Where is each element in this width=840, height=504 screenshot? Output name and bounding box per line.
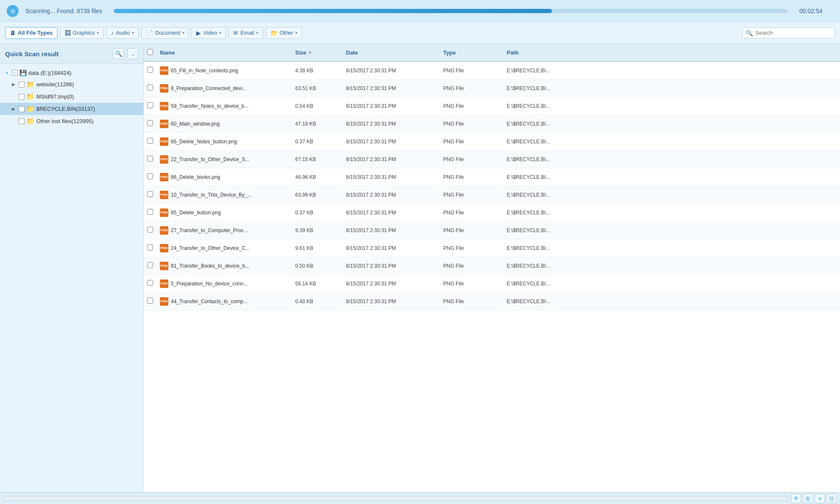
- header-name[interactable]: Name: [160, 49, 295, 56]
- row-type-cell: PNG File: [443, 192, 507, 198]
- table-row[interactable]: PNG 22_Transfer_to_Other_Device_S... 67.…: [144, 151, 840, 168]
- header-checkbox-col[interactable]: [147, 49, 160, 56]
- progress-bar-fill: [114, 9, 552, 13]
- table-row[interactable]: PNG 59_Transfer_Notes_to_device_b... 0.5…: [144, 97, 840, 115]
- row-checkbox[interactable]: [147, 85, 153, 90]
- row-checkbox[interactable]: [147, 191, 153, 197]
- table-row[interactable]: PNG 27_Transfer_to_Computer_Proc... 9.39…: [144, 222, 840, 239]
- filter-graphics[interactable]: 🖼 Graphics ▾: [60, 27, 104, 39]
- row-name-cell: PNG 22_Transfer_to_Other_Device_S...: [160, 155, 295, 164]
- header-path[interactable]: Path: [507, 49, 837, 56]
- table-row[interactable]: PNG 24_Transfer_to_Other_Device_C... 9.6…: [144, 239, 840, 257]
- tree-item-recycle[interactable]: ▶ 📁 $RECYCLE.BIN(33137): [0, 103, 143, 115]
- row-size-cell: 63.99 KB: [295, 192, 346, 198]
- tree-checkbox-msldf[interactable]: [19, 94, 25, 100]
- tree-checkbox-website[interactable]: [19, 82, 25, 88]
- header-date[interactable]: Date: [346, 49, 443, 56]
- search-input[interactable]: [755, 30, 831, 36]
- row-checkbox[interactable]: [147, 227, 153, 233]
- filter-email[interactable]: ✉ Email ▾: [228, 27, 263, 39]
- filter-document[interactable]: 📄 Document ▾: [141, 27, 189, 39]
- elapsed-time: 00:02:54: [799, 8, 833, 14]
- filter-other[interactable]: 📁 Other ▾: [266, 27, 302, 39]
- tree-item-msldf[interactable]: ▶ 📁 MSldf97.tmp(0): [0, 90, 143, 103]
- row-checkbox-cell[interactable]: [147, 138, 160, 145]
- header-size[interactable]: Size ▼: [295, 49, 346, 56]
- tree-checkbox-recycle[interactable]: [19, 106, 25, 112]
- table-row[interactable]: PNG 85_Delete_button.png 0.37 KB 8/15/20…: [144, 204, 840, 222]
- preview-view-button[interactable]: 👁: [791, 494, 801, 503]
- row-checkbox[interactable]: [147, 244, 153, 250]
- table-row[interactable]: PNG 65_Fill_in_Note_contents.png 4.38 KB…: [144, 62, 840, 79]
- row-checkbox-cell[interactable]: [147, 156, 160, 163]
- table-row[interactable]: PNG 44_Transfer_Contacts_to_comp... 0.40…: [144, 293, 840, 310]
- row-checkbox[interactable]: [147, 67, 153, 73]
- header-type[interactable]: Type: [443, 49, 507, 56]
- detail-view-button[interactable]: ⊟: [826, 494, 837, 503]
- row-name-text: 85_Delete_button.png: [171, 210, 221, 216]
- folder-icon: 📁: [26, 117, 35, 125]
- table-row[interactable]: PNG 86_Delete_books.png 46.96 KB 8/15/20…: [144, 168, 840, 186]
- tree-checkbox-drive[interactable]: [12, 70, 18, 76]
- table-row[interactable]: PNG 66_Delete_Notes_button.png 0.37 KB 8…: [144, 133, 840, 151]
- filter-all-file-types[interactable]: 🖥 All File Types: [5, 27, 58, 39]
- tree-label-recycle: $RECYCLE.BIN(33137): [36, 106, 95, 112]
- row-checkbox[interactable]: [147, 298, 153, 304]
- tree-label-msldf: MSldf97.tmp(0): [36, 93, 74, 100]
- search-tree-button[interactable]: 🔍: [113, 48, 124, 59]
- row-checkbox-cell[interactable]: [147, 280, 160, 287]
- select-all-checkbox[interactable]: [147, 49, 153, 55]
- row-checkbox-cell[interactable]: [147, 67, 160, 74]
- row-checkbox-cell[interactable]: [147, 262, 160, 269]
- list-view-button[interactable]: ≡: [815, 494, 825, 503]
- row-checkbox-cell[interactable]: [147, 227, 160, 234]
- row-checkbox-cell[interactable]: [147, 244, 160, 252]
- row-path-cell: E:\$RECYCLE.BI...: [507, 174, 837, 180]
- table-row[interactable]: PNG 81_Transfer_Books_to_device_b... 0.5…: [144, 257, 840, 275]
- table-row[interactable]: PNG 10_Transfer_to_This_Device_By_... 63…: [144, 186, 840, 204]
- tree-container[interactable]: ▾ 💾 data (E:)(168424) ▶ 📁 website(11286)…: [0, 64, 143, 492]
- row-name-cell: PNG 44_Transfer_Contacts_to_comp...: [160, 297, 295, 306]
- tree-checkbox-other-lost[interactable]: [19, 118, 25, 124]
- filter-audio[interactable]: ♪ Audio ▾: [106, 27, 139, 39]
- row-checkbox[interactable]: [147, 120, 153, 126]
- row-checkbox[interactable]: [147, 138, 153, 144]
- tree-item-website[interactable]: ▶ 📁 website(11286): [0, 78, 143, 90]
- row-checkbox-cell[interactable]: [147, 298, 160, 305]
- tree-label-drive: data (E:)(168424): [28, 70, 71, 76]
- tree-item-other-lost[interactable]: ▶ 📁 Other lost files(123995): [0, 115, 143, 127]
- row-checkbox-cell[interactable]: [147, 191, 160, 198]
- row-checkbox[interactable]: [147, 280, 153, 286]
- row-checkbox-cell[interactable]: [147, 209, 160, 216]
- row-name-text: 24_Transfer_to_Other_Device_C...: [171, 245, 250, 251]
- row-checkbox[interactable]: [147, 156, 153, 162]
- row-name-text: 81_Transfer_Books_to_device_b...: [171, 263, 250, 269]
- search-box[interactable]: 🔍: [742, 27, 835, 38]
- row-path-cell: E:\$RECYCLE.BI...: [507, 85, 837, 91]
- row-checkbox[interactable]: [147, 262, 153, 268]
- row-name-text: 65_Fill_in_Note_contents.png: [171, 68, 238, 74]
- table-row[interactable]: PNG 8_Preparation_Connected_devi... 63.5…: [144, 79, 840, 97]
- row-date-cell: 8/15/2017 2:30:31 PM: [346, 68, 443, 74]
- table-row[interactable]: PNG 60_Main_window.png 47.18 KB 8/15/201…: [144, 115, 840, 133]
- row-checkbox[interactable]: [147, 209, 153, 215]
- row-date-cell: 8/15/2017 2:30:31 PM: [346, 192, 443, 198]
- row-checkbox-cell[interactable]: [147, 85, 160, 92]
- tree-item-drive[interactable]: ▾ 💾 data (E:)(168424): [0, 67, 143, 78]
- row-name-text: 22_Transfer_to_Other_Device_S...: [171, 156, 250, 162]
- row-checkbox-cell[interactable]: [147, 173, 160, 181]
- grid-view-button[interactable]: ⊞: [803, 494, 813, 503]
- row-checkbox[interactable]: [147, 102, 153, 108]
- right-panel: Name Size ▼ Date Type Path PNG: [144, 44, 840, 492]
- filter-video[interactable]: ▶ Video ▾: [192, 27, 226, 39]
- collapse-tree-button[interactable]: ⌄: [127, 48, 138, 59]
- row-checkbox-cell[interactable]: [147, 120, 160, 127]
- file-icon: PNG: [160, 137, 168, 146]
- row-path-cell: E:\$RECYCLE.BI...: [507, 281, 837, 287]
- row-name-cell: PNG 81_Transfer_Books_to_device_b...: [160, 262, 295, 270]
- row-checkbox-cell[interactable]: [147, 102, 160, 110]
- table-row[interactable]: PNG 5_Preparation_No_device_conn... 56.1…: [144, 275, 840, 293]
- row-checkbox[interactable]: [147, 173, 153, 179]
- horizontal-scrollbar[interactable]: [3, 496, 788, 501]
- table-body[interactable]: PNG 65_Fill_in_Note_contents.png 4.38 KB…: [144, 62, 840, 492]
